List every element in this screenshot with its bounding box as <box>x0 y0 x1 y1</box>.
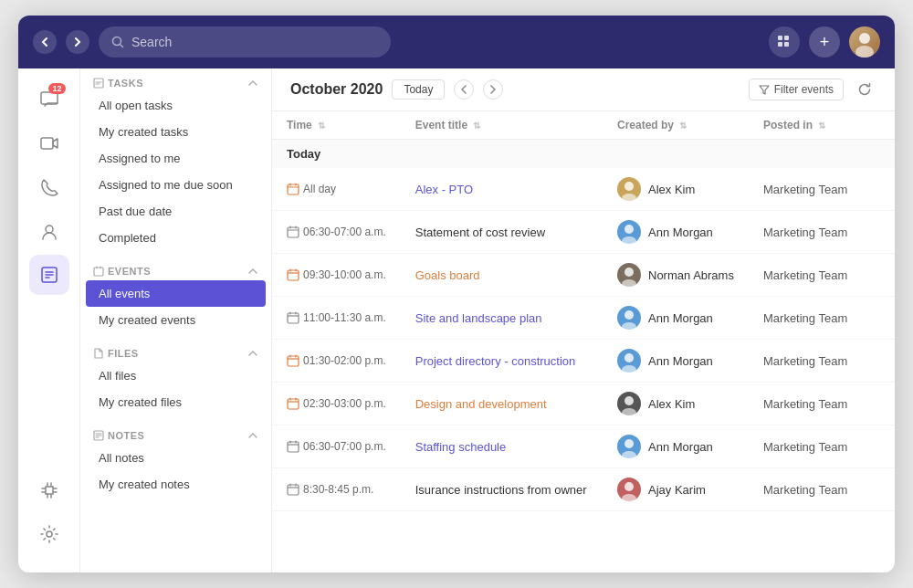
notes-collapse-icon[interactable] <box>247 430 258 441</box>
svg-rect-36 <box>288 485 299 495</box>
nav-item-all-events[interactable]: All events <box>86 280 266 307</box>
svg-rect-8 <box>41 138 53 149</box>
nav-item-all-notes[interactable]: All notes <box>86 445 266 471</box>
sidebar-video-item[interactable] <box>29 123 69 163</box>
svg-point-34 <box>624 439 634 448</box>
event-title-link[interactable]: Goals board <box>415 268 480 282</box>
table-row: 11:00-11:30 a.m.Site and landscape plan … <box>272 297 895 340</box>
nav-item-my-created-events[interactable]: My created events <box>86 307 266 333</box>
svg-rect-30 <box>288 399 299 409</box>
events-section-label: EVENTS <box>93 266 151 277</box>
event-time-icon <box>287 226 303 238</box>
nav-item-my-created-files[interactable]: My created files <box>86 389 266 415</box>
refresh-button[interactable] <box>853 78 876 101</box>
top-nav: Search + <box>18 16 895 68</box>
event-created-by: Alex Kim <box>603 168 749 211</box>
svg-rect-27 <box>288 356 299 366</box>
event-time-icon <box>287 483 303 496</box>
content-title: October 2020 <box>290 81 383 98</box>
content-header: October 2020 Today Filt <box>272 68 895 111</box>
creator-avatar <box>617 478 641 501</box>
sidebar-settings-item[interactable] <box>29 514 69 554</box>
user-avatar[interactable] <box>849 26 880 58</box>
event-created-by: Alex Kim <box>603 383 749 425</box>
creator-name: Ann Morgan <box>648 226 713 239</box>
tasks-section-header: TASKS <box>80 68 271 92</box>
search-bar[interactable]: Search <box>99 26 391 58</box>
svg-point-37 <box>624 482 634 491</box>
next-month-button[interactable] <box>483 79 503 100</box>
nav-item-all-open-tasks[interactable]: All open tasks <box>86 92 266 119</box>
nav-item-all-files[interactable]: All files <box>86 362 266 389</box>
creator-name: Ann Morgan <box>648 311 713 325</box>
sidebar-phone-item[interactable] <box>29 167 69 207</box>
refresh-icon-svg <box>857 82 872 97</box>
chat-badge: 12 <box>48 83 65 94</box>
svg-point-32 <box>622 408 636 415</box>
sidebar-plugins-item[interactable] <box>29 470 69 510</box>
settings-icon <box>39 524 59 544</box>
table-row: All dayAlex - PTO Alex Kim Marketing Tea… <box>272 168 895 211</box>
files-collapse-icon[interactable] <box>247 348 258 359</box>
creator-name: Ann Morgan <box>648 354 713 368</box>
event-posted-in: Marketing Team <box>749 254 895 297</box>
events-collapse-icon[interactable] <box>247 266 258 277</box>
nav-item-my-created-notes[interactable]: My created notes <box>86 471 266 498</box>
event-title-link[interactable]: Staffing schedule <box>415 440 507 454</box>
today-button[interactable]: Today <box>392 79 445 100</box>
event-title-link[interactable]: Project directory - construction <box>415 354 576 368</box>
svg-rect-21 <box>288 270 299 280</box>
creator-name: Norman Abrams <box>648 268 734 282</box>
grid-icon <box>777 35 792 49</box>
grid-button[interactable] <box>769 26 800 58</box>
event-created-by: Ann Morgan <box>603 297 749 340</box>
svg-rect-2 <box>784 36 789 40</box>
creator-name: Ajay Karim <box>648 483 706 497</box>
filter-button[interactable]: Filter events <box>749 79 844 100</box>
svg-point-31 <box>624 396 634 405</box>
event-title-link[interactable]: Alex - PTO <box>415 183 473 196</box>
event-time: 09:30-10:00 a.m. <box>272 254 401 297</box>
nav-item-past-due-date[interactable]: Past due date <box>86 198 266 225</box>
sidebar-tasks-item[interactable] <box>29 255 69 295</box>
col-header-posted-in[interactable]: Posted in ⇅ <box>749 111 895 140</box>
event-time: 06:30-07:00 p.m. <box>272 425 401 468</box>
add-button[interactable]: + <box>809 26 840 58</box>
forward-button[interactable] <box>66 30 89 54</box>
event-title-link[interactable]: Site and landscape plan <box>415 311 542 325</box>
event-created-by: Ann Morgan <box>603 425 749 468</box>
event-title-cell: Statement of cost review <box>401 211 603 254</box>
back-button[interactable] <box>33 30 57 54</box>
svg-point-16 <box>624 182 634 191</box>
nav-item-assigned-due-soon[interactable]: Assigned to me due soon <box>86 172 266 198</box>
plugins-icon <box>39 480 59 500</box>
event-posted-in: Marketing Team <box>749 168 895 211</box>
svg-point-9 <box>46 226 53 233</box>
sidebar-bottom <box>29 470 69 562</box>
creator-avatar <box>617 306 641 330</box>
svg-point-29 <box>622 365 636 373</box>
sidebar-chat-item[interactable]: 12 <box>29 79 69 120</box>
event-time-text: All day <box>303 183 336 195</box>
sort-posted-icon: ⇅ <box>818 121 825 131</box>
col-header-event-title[interactable]: Event title ⇅ <box>401 111 603 140</box>
events-table: Time ⇅ Event title ⇅ Created by ⇅ <box>272 111 895 511</box>
tasks-collapse-icon[interactable] <box>247 78 258 89</box>
prev-month-button[interactable] <box>454 79 474 100</box>
col-header-time[interactable]: Time ⇅ <box>272 111 401 140</box>
svg-rect-3 <box>778 42 782 47</box>
event-time-icon <box>287 183 303 195</box>
table-row: 09:30-10:00 a.m.Goals board Norman Abram… <box>272 254 895 297</box>
event-title-plain: Isurance instructions from owner <box>415 483 587 497</box>
nav-item-completed[interactable]: Completed <box>86 225 266 251</box>
phone-icon <box>39 177 59 197</box>
notes-section-header: NOTES <box>80 421 271 445</box>
svg-point-38 <box>622 494 636 501</box>
event-title-link[interactable]: Design and development <box>415 397 547 411</box>
sidebar-contacts-item[interactable] <box>29 211 69 251</box>
creator-name: Ann Morgan <box>648 440 713 454</box>
col-header-created-by[interactable]: Created by ⇅ <box>603 111 749 140</box>
nav-item-assigned-to-me[interactable]: Assigned to me <box>86 145 266 172</box>
nav-item-my-created-tasks[interactable]: My created tasks <box>86 119 266 145</box>
event-created-by: Ann Morgan <box>603 211 749 254</box>
